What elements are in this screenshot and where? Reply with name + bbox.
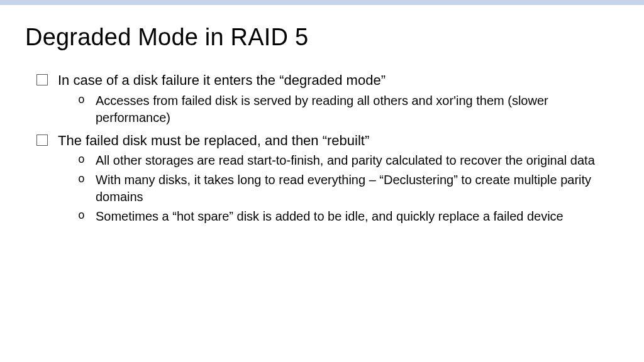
slide-body: Degraded Mode in RAID 5 In case of a dis… — [0, 5, 644, 225]
sub-bullet-item: Accesses from failed disk is served by r… — [77, 92, 619, 126]
sub-bullet-item: Sometimes a “hot spare” disk is added to… — [77, 208, 619, 225]
main-bullet-list: In case of a disk failure it enters the … — [25, 71, 619, 225]
sub-bullet-list: All other storages are read start-to-fin… — [58, 152, 619, 225]
slide-title: Degraded Mode in RAID 5 — [25, 24, 619, 51]
bullet-text: In case of a disk failure it enters the … — [58, 72, 386, 88]
top-accent-bar — [0, 0, 644, 5]
bullet-item: In case of a disk failure it enters the … — [36, 71, 619, 126]
sub-bullet-list: Accesses from failed disk is served by r… — [58, 92, 619, 126]
bullet-item: The failed disk must be replaced, and th… — [36, 131, 619, 226]
sub-bullet-text: Accesses from failed disk is served by r… — [96, 94, 548, 124]
sub-bullet-item: With many disks, it takes long to read e… — [77, 172, 619, 206]
sub-bullet-item: All other storages are read start-to-fin… — [77, 152, 619, 169]
bullet-text: The failed disk must be replaced, and th… — [58, 133, 369, 148]
sub-bullet-text: All other storages are read start-to-fin… — [96, 153, 595, 167]
sub-bullet-text: With many disks, it takes long to read e… — [96, 173, 591, 204]
sub-bullet-text: Sometimes a “hot spare” disk is added to… — [96, 209, 564, 223]
